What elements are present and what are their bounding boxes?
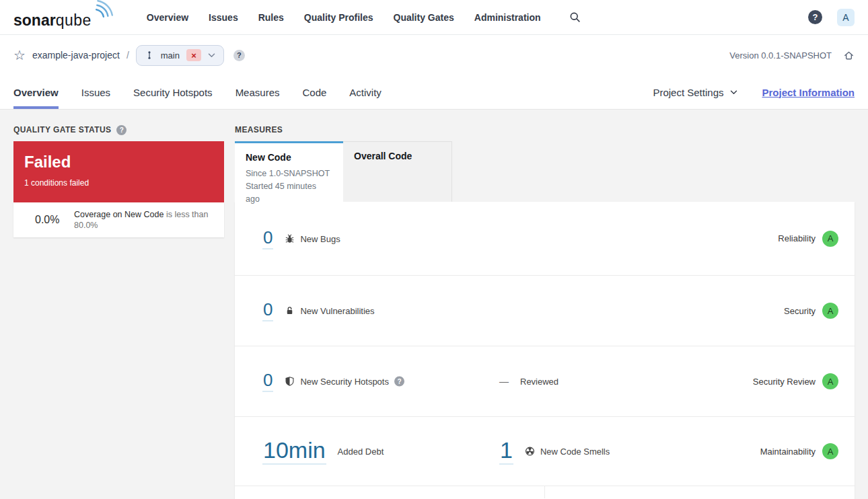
tab-new-code[interactable]: New Code Since 1.0-SNAPSHOT Started 45 m… <box>235 141 343 202</box>
lock-icon <box>285 306 295 316</box>
condition-metric: Coverage on New Code <box>74 210 164 219</box>
quality-gate-heading-label: QUALITY GATE STATUS <box>13 125 111 135</box>
nav-rules[interactable]: Rules <box>258 12 284 23</box>
bug-icon <box>285 233 295 243</box>
branch-name: main <box>161 50 180 61</box>
avatar[interactable]: A <box>837 9 855 26</box>
new-code-smells-label: New Code Smells <box>525 447 610 457</box>
measures-section: MEASURES New Code Since 1.0-SNAPSHOT Sta… <box>235 125 855 499</box>
measures-heading: MEASURES <box>235 125 855 135</box>
tab-measures[interactable]: Measures <box>236 75 280 109</box>
reviewed-dash: — <box>499 376 509 387</box>
branch-icon <box>145 50 154 61</box>
tab-overview[interactable]: Overview <box>13 75 59 109</box>
hotspots-help-icon[interactable]: ? <box>394 377 404 387</box>
new-security-hotspots-label: New Security Hotspots ? <box>285 377 404 387</box>
measure-row-vulnerabilities: 0 New Vulnerabilities Security A <box>235 276 855 346</box>
condition-description: Coverage on New Code is less than 80.0% <box>74 209 213 231</box>
security-review-rating-badge: A <box>822 373 838 389</box>
new-security-hotspots-count-link[interactable]: 0 <box>262 371 273 392</box>
nav-quality-profiles[interactable]: Quality Profiles <box>304 12 373 23</box>
quality-gate-banner: Failed 1 conditions failed <box>13 141 224 202</box>
chevron-down-icon <box>730 90 737 95</box>
quality-gate-section: QUALITY GATE STATUS ? Failed 1 condition… <box>13 125 224 499</box>
nav-administration[interactable]: Administration <box>474 12 541 23</box>
project-header: ☆ example-java-project / main × ? Versio… <box>0 35 868 110</box>
tab-security-hotspots[interactable]: Security Hotspots <box>133 75 213 109</box>
new-bugs-label: New Bugs <box>285 233 340 243</box>
tab-activity[interactable]: Activity <box>349 75 382 109</box>
logo-swoosh-icon <box>93 0 116 20</box>
reliability-label: Reliability <box>778 233 816 243</box>
reviewed-text: Reviewed <box>520 377 558 387</box>
version-label: Version 0.0.1-SNAPSHOT <box>729 50 832 61</box>
security-rating-badge: A <box>822 303 838 319</box>
measure-row-bugs: 0 New Bugs Reliability <box>235 202 855 276</box>
project-settings-menu[interactable]: Project Settings <box>653 87 737 98</box>
nav-quality-gates[interactable]: Quality Gates <box>394 12 454 23</box>
coverage-cell-partial <box>235 486 545 498</box>
logo-text-bold: sonar <box>13 11 56 30</box>
measures-tabs: New Code Since 1.0-SNAPSHOT Started 45 m… <box>235 141 855 202</box>
added-debt-text: Added Debt <box>338 447 384 457</box>
home-icon[interactable] <box>843 50 855 61</box>
new-vulnerabilities-count-link[interactable]: 0 <box>262 301 273 321</box>
added-debt-link[interactable]: 10min <box>262 438 326 465</box>
nav-projects[interactable]: Overview <box>147 12 188 23</box>
tab-code[interactable]: Code <box>302 75 326 109</box>
condition-value: 0.0% <box>35 214 62 226</box>
project-settings-label: Project Settings <box>653 87 723 98</box>
maintainability-label: Maintainability <box>760 447 816 457</box>
sonarqube-logo[interactable]: sonarqube <box>13 5 116 30</box>
branch-failed-badge[interactable]: × <box>186 49 201 61</box>
header-meta: Version 0.0.1-SNAPSHOT <box>729 50 855 61</box>
maintainability-rating-badge: A <box>822 443 838 459</box>
nav-right-cluster: ? A <box>808 9 855 26</box>
code-smell-icon <box>525 447 535 457</box>
new-bugs-text: New Bugs <box>300 233 340 243</box>
breadcrumb-project-link[interactable]: example-java-project <box>32 50 120 61</box>
new-code-since: Since 1.0-SNAPSHOT <box>246 167 332 180</box>
new-vulnerabilities-text: New Vulnerabilities <box>300 306 374 316</box>
new-vulnerabilities-label: New Vulnerabilities <box>285 306 374 316</box>
chevron-down-icon <box>208 53 215 58</box>
quality-gate-status: Failed <box>24 153 213 171</box>
top-navigation: sonarqube Overview Issues Rules Quality … <box>0 0 868 35</box>
project-tabs: Overview Issues Security Hotspots Measur… <box>13 75 855 109</box>
main-nav: Overview Issues Rules Quality Profiles Q… <box>147 11 581 23</box>
added-debt-label: Added Debt <box>338 447 384 457</box>
overall-code-tab-label: Overall Code <box>354 151 441 161</box>
branch-selector[interactable]: main × <box>136 45 224 66</box>
measures-panel: 0 New Bugs Reliability <box>235 202 855 499</box>
tab-issues[interactable]: Issues <box>81 75 110 109</box>
breadcrumb-separator: / <box>126 50 129 61</box>
new-code-tab-label: New Code <box>246 152 332 163</box>
new-security-hotspots-text: New Security Hotspots <box>300 377 389 387</box>
security-label: Security <box>784 306 816 316</box>
measure-row-partial <box>235 486 855 498</box>
measure-row-security-hotspots: 0 New Security Hotspots ? — <box>235 346 855 417</box>
breadcrumb: ☆ example-java-project / main × ? Versio… <box>13 35 855 75</box>
quality-gate-help-icon[interactable]: ? <box>116 125 126 135</box>
branch-help-icon[interactable]: ? <box>233 50 245 61</box>
reviewed-label: Reviewed <box>520 377 558 387</box>
search-icon[interactable] <box>569 11 581 23</box>
new-code-smells-text: New Code Smells <box>540 447 610 457</box>
security-review-label: Security Review <box>753 377 816 387</box>
project-information-link[interactable]: Project Information <box>762 87 855 98</box>
shield-icon <box>285 377 295 387</box>
quality-gate-heading: QUALITY GATE STATUS ? <box>13 125 224 135</box>
new-bugs-count-link[interactable]: 0 <box>262 228 273 249</box>
failed-condition-row[interactable]: 0.0% Coverage on New Code is less than 8… <box>13 202 224 237</box>
tab-overall-code[interactable]: Overall Code <box>343 141 452 202</box>
quality-gate-conditions-count: 1 conditions failed <box>24 178 213 188</box>
reliability-rating-badge: A <box>822 231 838 247</box>
nav-issues[interactable]: Issues <box>209 12 238 23</box>
overview-content: QUALITY GATE STATUS ? Failed 1 condition… <box>0 110 868 499</box>
measure-row-maintainability: 10min Added Debt 1 <box>235 417 855 486</box>
logo-text-light: qube <box>56 11 92 30</box>
favorite-star-icon[interactable]: ☆ <box>13 48 26 62</box>
new-code-smells-count-link[interactable]: 1 <box>499 438 513 465</box>
help-icon[interactable]: ? <box>808 10 822 24</box>
tab-row-actions: Project Settings Project Information <box>653 75 855 109</box>
